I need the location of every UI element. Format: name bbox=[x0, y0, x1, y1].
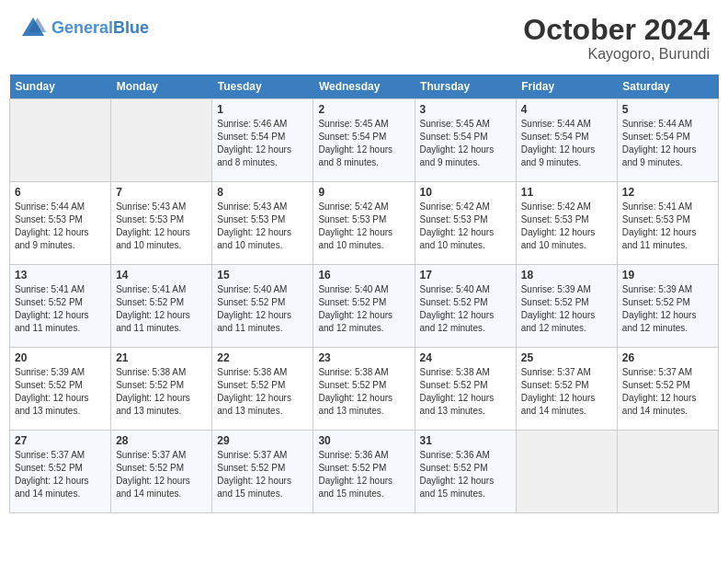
day-info: Sunrise: 5:36 AMSunset: 5:52 PMDaylight:… bbox=[420, 449, 511, 500]
day-number: 27 bbox=[15, 434, 106, 447]
calendar-cell: 24Sunrise: 5:38 AMSunset: 5:52 PMDayligh… bbox=[415, 348, 516, 431]
day-info: Sunrise: 5:37 AMSunset: 5:52 PMDaylight:… bbox=[116, 449, 207, 500]
header-saturday: Saturday bbox=[617, 75, 718, 99]
day-info: Sunrise: 5:37 AMSunset: 5:52 PMDaylight:… bbox=[622, 366, 713, 418]
calendar-cell: 29Sunrise: 5:37 AMSunset: 5:52 PMDayligh… bbox=[212, 431, 313, 513]
calendar-cell: 7Sunrise: 5:43 AMSunset: 5:53 PMDaylight… bbox=[111, 182, 212, 265]
calendar-week-3: 13Sunrise: 5:41 AMSunset: 5:52 PMDayligh… bbox=[10, 265, 719, 348]
day-info: Sunrise: 5:46 AMSunset: 5:54 PMDaylight:… bbox=[217, 118, 308, 169]
day-number: 19 bbox=[622, 269, 713, 282]
calendar-cell: 3Sunrise: 5:45 AMSunset: 5:54 PMDaylight… bbox=[415, 99, 516, 182]
day-info: Sunrise: 5:41 AMSunset: 5:52 PMDaylight:… bbox=[15, 283, 106, 335]
day-number: 13 bbox=[15, 269, 106, 282]
day-info: Sunrise: 5:38 AMSunset: 5:52 PMDaylight:… bbox=[318, 366, 409, 418]
logo: GeneralBlue bbox=[18, 14, 149, 43]
calendar-cell: 9Sunrise: 5:42 AMSunset: 5:53 PMDaylight… bbox=[313, 182, 415, 265]
calendar-cell: 5Sunrise: 5:44 AMSunset: 5:54 PMDaylight… bbox=[617, 99, 718, 182]
day-info: Sunrise: 5:39 AMSunset: 5:52 PMDaylight:… bbox=[622, 283, 713, 335]
calendar-cell: 20Sunrise: 5:39 AMSunset: 5:52 PMDayligh… bbox=[10, 348, 111, 431]
month-title: October 2024 bbox=[523, 14, 710, 46]
day-number: 16 bbox=[318, 269, 409, 282]
calendar-header: Sunday Monday Tuesday Wednesday Thursday… bbox=[10, 75, 719, 99]
location: Kayogoro, Burundi bbox=[523, 46, 710, 63]
day-info: Sunrise: 5:44 AMSunset: 5:53 PMDaylight:… bbox=[15, 201, 106, 252]
day-info: Sunrise: 5:40 AMSunset: 5:52 PMDaylight:… bbox=[217, 283, 308, 335]
calendar-body: 1Sunrise: 5:46 AMSunset: 5:54 PMDaylight… bbox=[10, 99, 719, 513]
day-info: Sunrise: 5:41 AMSunset: 5:53 PMDaylight:… bbox=[622, 201, 713, 252]
day-number: 20 bbox=[15, 351, 106, 364]
calendar-cell: 6Sunrise: 5:44 AMSunset: 5:53 PMDaylight… bbox=[10, 182, 111, 265]
calendar-cell: 22Sunrise: 5:38 AMSunset: 5:52 PMDayligh… bbox=[212, 348, 313, 431]
day-number: 11 bbox=[521, 186, 612, 199]
day-number: 22 bbox=[217, 351, 308, 364]
calendar-cell: 26Sunrise: 5:37 AMSunset: 5:52 PMDayligh… bbox=[617, 348, 718, 431]
day-number: 25 bbox=[521, 351, 612, 364]
calendar-cell: 4Sunrise: 5:44 AMSunset: 5:54 PMDaylight… bbox=[516, 99, 617, 182]
calendar-cell: 16Sunrise: 5:40 AMSunset: 5:52 PMDayligh… bbox=[313, 265, 415, 348]
calendar-cell bbox=[617, 431, 718, 513]
header-monday: Monday bbox=[111, 75, 212, 99]
calendar-cell bbox=[111, 99, 212, 182]
day-number: 21 bbox=[116, 351, 207, 364]
day-info: Sunrise: 5:40 AMSunset: 5:52 PMDaylight:… bbox=[318, 283, 409, 335]
day-number: 7 bbox=[116, 186, 207, 199]
day-number: 9 bbox=[318, 186, 409, 199]
calendar-cell: 15Sunrise: 5:40 AMSunset: 5:52 PMDayligh… bbox=[212, 265, 313, 348]
day-info: Sunrise: 5:40 AMSunset: 5:52 PMDaylight:… bbox=[420, 283, 511, 335]
header-friday: Friday bbox=[516, 75, 617, 99]
day-number: 2 bbox=[318, 103, 409, 116]
calendar-cell bbox=[516, 431, 617, 513]
day-info: Sunrise: 5:38 AMSunset: 5:52 PMDaylight:… bbox=[116, 366, 207, 418]
day-info: Sunrise: 5:43 AMSunset: 5:53 PMDaylight:… bbox=[217, 201, 308, 252]
day-info: Sunrise: 5:39 AMSunset: 5:52 PMDaylight:… bbox=[521, 283, 612, 335]
day-info: Sunrise: 5:44 AMSunset: 5:54 PMDaylight:… bbox=[622, 118, 713, 169]
logo-text: GeneralBlue bbox=[51, 19, 149, 38]
calendar-cell: 30Sunrise: 5:36 AMSunset: 5:52 PMDayligh… bbox=[313, 431, 415, 513]
page-header: GeneralBlue October 2024 Kayogoro, Burun… bbox=[9, 9, 719, 67]
header-wednesday: Wednesday bbox=[313, 75, 415, 99]
logo-icon bbox=[18, 14, 48, 43]
calendar-cell: 12Sunrise: 5:41 AMSunset: 5:53 PMDayligh… bbox=[617, 182, 718, 265]
day-number: 17 bbox=[420, 269, 511, 282]
calendar-cell bbox=[10, 99, 111, 182]
day-info: Sunrise: 5:45 AMSunset: 5:54 PMDaylight:… bbox=[318, 118, 409, 169]
day-info: Sunrise: 5:36 AMSunset: 5:52 PMDaylight:… bbox=[318, 449, 409, 500]
day-info: Sunrise: 5:38 AMSunset: 5:52 PMDaylight:… bbox=[217, 366, 308, 418]
header-sunday: Sunday bbox=[10, 75, 111, 99]
day-number: 5 bbox=[622, 103, 713, 116]
header-tuesday: Tuesday bbox=[212, 75, 313, 99]
day-number: 23 bbox=[318, 351, 409, 364]
day-info: Sunrise: 5:42 AMSunset: 5:53 PMDaylight:… bbox=[420, 201, 511, 252]
calendar-cell: 27Sunrise: 5:37 AMSunset: 5:52 PMDayligh… bbox=[10, 431, 111, 513]
day-info: Sunrise: 5:45 AMSunset: 5:54 PMDaylight:… bbox=[420, 118, 511, 169]
day-number: 14 bbox=[116, 269, 207, 282]
logo-blue: Blue bbox=[113, 18, 149, 37]
day-number: 29 bbox=[217, 434, 308, 447]
calendar-cell: 25Sunrise: 5:37 AMSunset: 5:52 PMDayligh… bbox=[516, 348, 617, 431]
day-info: Sunrise: 5:44 AMSunset: 5:54 PMDaylight:… bbox=[521, 118, 612, 169]
day-info: Sunrise: 5:38 AMSunset: 5:52 PMDaylight:… bbox=[420, 366, 511, 418]
day-number: 1 bbox=[217, 103, 308, 116]
day-info: Sunrise: 5:37 AMSunset: 5:52 PMDaylight:… bbox=[217, 449, 308, 500]
calendar-cell: 19Sunrise: 5:39 AMSunset: 5:52 PMDayligh… bbox=[617, 265, 718, 348]
calendar-cell: 28Sunrise: 5:37 AMSunset: 5:52 PMDayligh… bbox=[111, 431, 212, 513]
day-number: 4 bbox=[521, 103, 612, 116]
calendar-table: Sunday Monday Tuesday Wednesday Thursday… bbox=[9, 75, 719, 513]
day-info: Sunrise: 5:39 AMSunset: 5:52 PMDaylight:… bbox=[15, 366, 106, 418]
calendar-cell: 17Sunrise: 5:40 AMSunset: 5:52 PMDayligh… bbox=[415, 265, 516, 348]
calendar-cell: 18Sunrise: 5:39 AMSunset: 5:52 PMDayligh… bbox=[516, 265, 617, 348]
calendar-week-2: 6Sunrise: 5:44 AMSunset: 5:53 PMDaylight… bbox=[10, 182, 719, 265]
logo-general: General bbox=[51, 18, 113, 37]
day-number: 12 bbox=[622, 186, 713, 199]
header-thursday: Thursday bbox=[415, 75, 516, 99]
calendar-cell: 8Sunrise: 5:43 AMSunset: 5:53 PMDaylight… bbox=[212, 182, 313, 265]
calendar-cell: 10Sunrise: 5:42 AMSunset: 5:53 PMDayligh… bbox=[415, 182, 516, 265]
calendar-cell: 23Sunrise: 5:38 AMSunset: 5:52 PMDayligh… bbox=[313, 348, 415, 431]
day-number: 3 bbox=[420, 103, 511, 116]
day-number: 10 bbox=[420, 186, 511, 199]
day-number: 15 bbox=[217, 269, 308, 282]
calendar-week-4: 20Sunrise: 5:39 AMSunset: 5:52 PMDayligh… bbox=[10, 348, 719, 431]
day-number: 26 bbox=[622, 351, 713, 364]
calendar-cell: 21Sunrise: 5:38 AMSunset: 5:52 PMDayligh… bbox=[111, 348, 212, 431]
day-number: 18 bbox=[521, 269, 612, 282]
